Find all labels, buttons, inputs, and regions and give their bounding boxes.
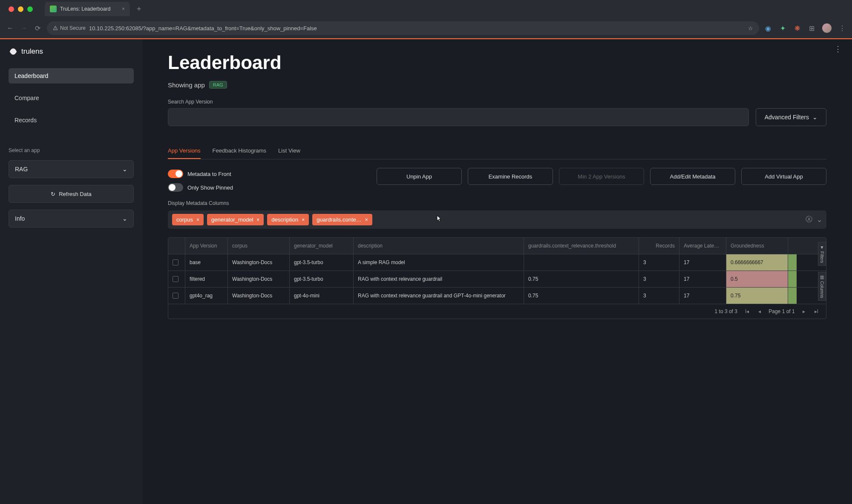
extension1-icon[interactable]: ✦ [779, 24, 786, 32]
window-close-icon[interactable] [9, 6, 14, 12]
app-badge: RAG [209, 81, 227, 89]
table-row[interactable]: filteredWashington-Docsgpt-3.5-turboRAG … [168, 271, 826, 288]
eye-icon[interactable]: ◉ [764, 24, 772, 32]
chip-description[interactable]: description× [267, 214, 309, 225]
cursor-icon [436, 215, 442, 223]
sidebar-item-records[interactable]: Records [9, 112, 134, 128]
cell-records: 3 [639, 288, 679, 304]
profile-avatar[interactable] [822, 23, 832, 33]
chevron-down-icon: ⌄ [122, 166, 127, 173]
chevron-down-icon: ⌄ [122, 215, 127, 222]
cell-description: A simple RAG model [354, 254, 524, 271]
cell-generator: gpt-3.5-turbo [290, 271, 354, 287]
leaderboard-table: ▼Filters ▥Columns App Version corpus gen… [168, 237, 826, 319]
pager-first-icon[interactable]: I◂ [743, 308, 751, 314]
filters-side-tab[interactable]: ▼Filters [818, 242, 826, 266]
cell-generator: gpt-4o-mini [290, 288, 354, 304]
cell-corpus: Washington-Docs [228, 254, 290, 271]
tab-title: TruLens: Leaderboard [60, 6, 110, 12]
toggle-label: Metadata to Front [187, 171, 231, 177]
search-input[interactable] [168, 108, 749, 126]
col-groundedness[interactable]: Groundedness [726, 238, 788, 254]
col-generator-model[interactable]: generator_model [290, 238, 354, 254]
traffic-lights [5, 6, 33, 12]
forward-button[interactable]: → [20, 24, 28, 32]
cell-description: RAG with context relevance guardrail and… [354, 288, 524, 304]
chip-generator-model[interactable]: generator_model× [207, 214, 264, 225]
toggle-label: Only Show Pinned [187, 184, 233, 191]
tab-feedback-histograms[interactable]: Feedback Histograms [213, 143, 266, 159]
chip-remove-icon[interactable]: × [302, 217, 305, 223]
chevron-down-icon[interactable]: ⌄ [817, 216, 822, 224]
metadata-to-front-toggle[interactable] [168, 170, 183, 178]
search-label: Search App Version [168, 99, 826, 105]
clear-all-icon[interactable]: ⓧ [806, 215, 812, 224]
unpin-app-button[interactable]: Unpin App [377, 168, 462, 185]
add-edit-metadata-button[interactable]: Add/Edit Metadata [650, 168, 735, 185]
main-content: ⋮ Leaderboard Showing app RAG Search App… [142, 39, 852, 504]
tab-close-icon[interactable]: × [122, 6, 125, 12]
chip-remove-icon[interactable]: × [256, 217, 259, 223]
cell-guardrails [524, 254, 639, 271]
window-minimize-icon[interactable] [18, 6, 23, 12]
url-field[interactable]: Not Secure 10.10.225.250:62085/?app_name… [47, 21, 759, 35]
view-tabs: App Versions Feedback Histograms List Vi… [168, 143, 826, 159]
cell-guardrails: 0.75 [524, 288, 639, 304]
app-select[interactable]: RAG ⌄ [9, 160, 134, 178]
refresh-data-button[interactable]: ↻ Refresh Data [9, 185, 134, 203]
sidebar: trulens Leaderboard Compare Records Sele… [0, 39, 142, 504]
star-icon[interactable]: ☆ [748, 25, 753, 32]
examine-records-button[interactable]: Examine Records [468, 168, 553, 185]
window-maximize-icon[interactable] [27, 6, 33, 12]
logo-icon [9, 47, 18, 56]
cell-groundedness: 0.6666666667 [726, 254, 788, 271]
select-app-label: Select an app [9, 147, 134, 153]
cell-generator: gpt-3.5-turbo [290, 254, 354, 271]
tab-list-view[interactable]: List View [278, 143, 300, 159]
row-checkbox[interactable] [173, 276, 178, 282]
cell-latency: 17 [679, 288, 726, 304]
pager-next-icon[interactable]: ▸ [801, 308, 807, 314]
sidebar-item-compare[interactable]: Compare [9, 90, 134, 106]
cell-records: 3 [639, 271, 679, 287]
metadata-chips[interactable]: corpus× generator_model× description× gu… [168, 210, 826, 229]
chip-guardrails[interactable]: guardrails.conte…× [312, 214, 372, 225]
col-latency[interactable]: Average Latency [679, 238, 726, 254]
add-virtual-app-button[interactable]: Add Virtual App [741, 168, 826, 185]
col-corpus[interactable]: corpus [228, 238, 290, 254]
col-records[interactable]: Records [639, 238, 679, 254]
columns-side-tab[interactable]: ▥Columns [818, 272, 826, 301]
chevron-down-icon: ⌄ [812, 114, 817, 121]
row-checkbox[interactable] [173, 259, 178, 265]
cell-version: gpt4o_rag [185, 288, 228, 304]
puzzle-icon[interactable]: ⊞ [808, 24, 815, 32]
col-description[interactable]: description [354, 238, 524, 254]
tab-bar: TruLens: Leaderboard × + [0, 0, 852, 18]
back-button[interactable]: ← [6, 24, 14, 32]
kebab-menu-icon[interactable]: ⋮ [838, 24, 846, 32]
page-menu-icon[interactable]: ⋮ [834, 44, 842, 54]
page-title: Leaderboard [168, 52, 826, 73]
new-tab-button[interactable]: + [137, 5, 141, 14]
sidebar-item-leaderboard[interactable]: Leaderboard [9, 68, 134, 84]
pager-prev-icon[interactable]: ◂ [757, 308, 763, 314]
table-row[interactable]: baseWashington-Docsgpt-3.5-turboA simple… [168, 254, 826, 271]
col-app-version[interactable]: App Version [185, 238, 228, 254]
showing-app: Showing app RAG [168, 81, 826, 89]
row-checkbox[interactable] [173, 293, 178, 299]
advanced-filters-button[interactable]: Advanced Filters ⌄ [756, 108, 826, 126]
chip-remove-icon[interactable]: × [196, 217, 199, 223]
cell-latency: 17 [679, 271, 726, 287]
col-guardrails[interactable]: guardrails.context_relevance.threshold [524, 238, 639, 254]
chip-remove-icon[interactable]: × [365, 217, 368, 223]
info-expander[interactable]: Info ⌄ [9, 210, 134, 228]
pager-last-icon[interactable]: ▸I [813, 308, 820, 314]
table-row[interactable]: gpt4o_ragWashington-Docsgpt-4o-miniRAG w… [168, 288, 826, 304]
chip-corpus[interactable]: corpus× [172, 214, 204, 225]
browser-tab[interactable]: TruLens: Leaderboard × [45, 2, 130, 16]
app-select-value: RAG [15, 166, 28, 173]
reload-button[interactable]: ⟳ [33, 24, 42, 32]
tab-app-versions[interactable]: App Versions [168, 143, 201, 159]
only-show-pinned-toggle[interactable] [168, 183, 183, 192]
extension2-icon[interactable]: ❋ [793, 24, 801, 32]
